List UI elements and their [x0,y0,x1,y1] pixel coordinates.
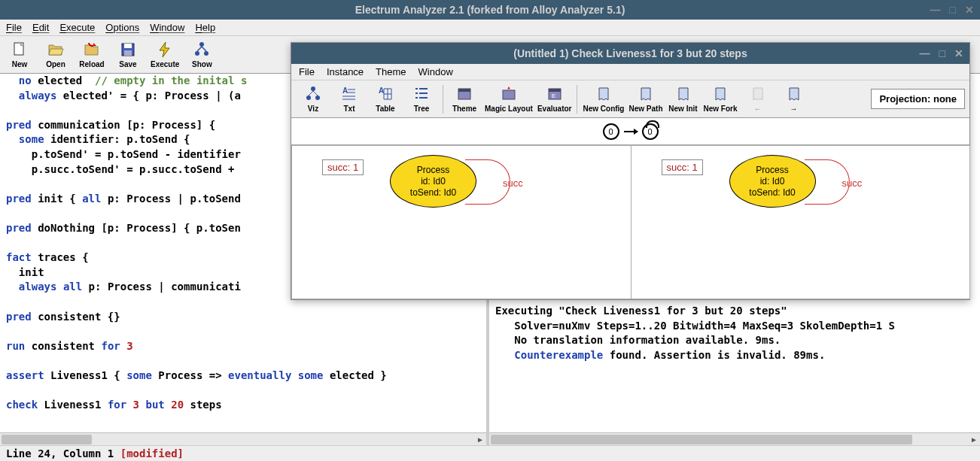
theme-button[interactable]: Theme [447,83,482,114]
cursor-position: Line 24, Column 1 [6,447,120,459]
menu-file[interactable]: File [6,22,22,33]
maximize-icon[interactable]: □ [950,4,956,16]
execute-button[interactable]: Execute [149,39,181,70]
process-node[interactable]: Process id: Id0 toSend: Id0 [729,155,816,208]
table-icon: A [376,85,394,103]
viz-window: (Untitled 1) Check Liveness1 for 3 but 2… [291,42,970,300]
modified-indicator: [modified] [120,447,184,459]
magic-icon [500,85,518,103]
viz-menubar: File Instance Theme Window [291,64,969,80]
status-bar: Line 24, Column 1 [modified] [0,445,980,461]
table-view-button[interactable]: ATable [368,83,403,114]
close-icon[interactable]: ✕ [954,47,963,59]
scroll-icon [674,85,692,103]
menu-help[interactable]: Help [195,22,215,33]
show-button[interactable]: Show [187,39,217,70]
editor-hscrollbar[interactable]: ◄ ► [0,432,486,445]
close-icon[interactable]: ✕ [965,4,974,16]
self-loop-label: succ [503,177,523,189]
theme-icon [455,85,473,103]
scroll-icon [595,85,613,103]
nav-left-button[interactable]: ← [741,83,775,114]
process-node[interactable]: Process id: Id0 toSend: Id0 [390,155,476,208]
viz-view-button[interactable]: Viz [296,83,330,114]
scroll-right-icon[interactable]: ► [474,435,486,444]
state-0[interactable]: 0 [603,123,619,140]
svg-text:A: A [379,86,384,95]
tree-icon [193,41,211,59]
tree-view-button[interactable]: Tree [404,83,439,114]
new-path-button[interactable]: New Path [627,83,664,114]
scroll-left-icon [749,85,767,103]
menu-options[interactable]: Options [105,22,139,33]
viz-menu-instance[interactable]: Instance [327,66,364,77]
trace-arrow [624,131,638,132]
viz-title: (Untitled 1) Check Liveness1 for 3 but 2… [513,47,747,59]
tree-icon [304,85,322,103]
svg-rect-16 [549,89,561,92]
scroll-right-icon[interactable]: ► [968,435,980,444]
new-init-button[interactable]: New Init [666,83,701,114]
svg-point-8 [306,96,311,100]
new-config-button[interactable]: New Config [581,83,625,114]
svg-point-9 [315,96,320,100]
save-button[interactable]: Save [113,39,143,70]
state-1[interactable]: 0 [642,123,659,140]
viz-menu-file[interactable]: File [299,66,315,77]
magic-layout-button[interactable]: Magic Layout [483,83,534,114]
maximize-icon[interactable]: □ [939,47,945,59]
app-title: Electrum Analyzer 2.1 (forked from Alloy… [355,4,625,16]
txt-view-button[interactable]: ATxt [332,83,367,114]
viz-menu-theme[interactable]: Theme [376,66,406,77]
svg-rect-13 [458,89,470,92]
self-loop-label: succ [842,177,863,189]
new-fork-button[interactable]: New Fork [702,83,739,114]
new-button[interactable]: New [5,39,35,70]
menu-execute[interactable]: Execute [59,22,95,33]
minimize-icon[interactable]: — [930,4,941,16]
projection-button[interactable]: Projection: none [871,89,965,109]
succ-label: succ: 1 [322,159,364,175]
svg-point-6 [204,51,208,56]
svg-point-5 [195,51,199,56]
text-lines-icon: A [340,85,358,103]
nav-right-button[interactable]: → [777,83,811,114]
viz-menu-window[interactable]: Window [418,66,453,77]
scroll-icon [637,85,655,103]
reload-button[interactable]: Reload [77,39,107,70]
list-tree-icon [412,85,431,103]
viz-titlebar: (Untitled 1) Check Liveness1 for 3 but 2… [291,43,969,64]
scroll-thumb[interactable] [491,435,912,444]
evaluator-icon: E [546,85,564,103]
scroll-thumb[interactable] [2,435,92,444]
scroll-right-icon [785,85,803,103]
svg-text:E: E [552,93,555,99]
main-menubar: File Edit Execute Options Window Help [0,20,980,36]
svg-rect-14 [503,90,515,99]
scroll-icon [711,85,729,103]
reload-icon [83,41,101,59]
minimize-icon[interactable]: — [920,47,930,59]
svg-rect-2 [124,44,132,48]
succ-label: succ: 1 [662,159,703,175]
output-hscrollbar[interactable]: ◄ ► [489,432,980,445]
viz-pane-1[interactable]: succ: 1 Process id: Id0 toSend: Id0 succ [631,145,971,299]
floppy-icon [119,41,137,59]
menu-window[interactable]: Window [150,22,184,33]
viz-pane-0[interactable]: succ: 1 Process id: Id0 toSend: Id0 succ [291,145,632,299]
trace-strip: 0 0 [291,118,969,145]
open-button[interactable]: Open [41,39,71,70]
evaluator-button[interactable]: EEvaluator [536,83,574,114]
viz-toolbar: Viz ATxt ATable Tree Theme Magic Layout … [291,80,969,118]
svg-point-4 [199,42,204,47]
svg-point-7 [311,86,315,91]
lightning-icon [156,41,174,59]
new-file-icon [11,41,29,59]
menu-edit[interactable]: Edit [32,22,49,33]
app-titlebar: Electrum Analyzer 2.1 (forked from Alloy… [0,0,980,20]
folder-open-icon [47,41,65,59]
svg-text:A: A [342,86,348,95]
counterexample-link[interactable]: Counterexample [514,349,603,361]
svg-rect-3 [124,50,132,56]
